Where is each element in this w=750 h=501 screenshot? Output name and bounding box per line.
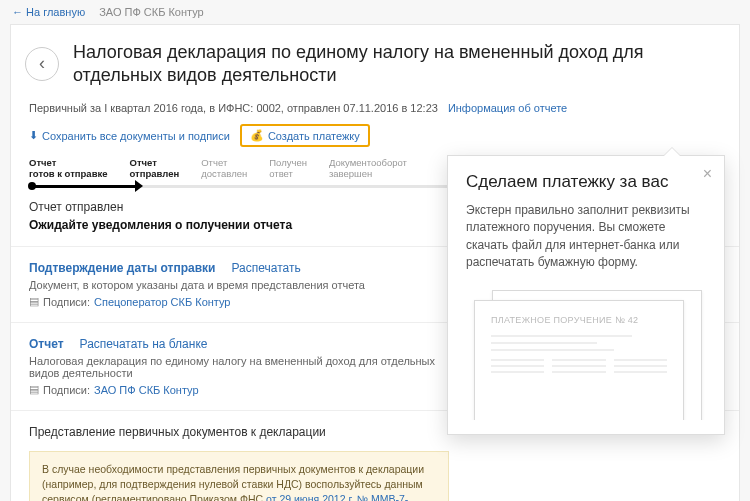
step-complete: Документооборот завершен (329, 157, 407, 179)
create-payment-button[interactable]: 💰 Создать платежку (240, 124, 370, 147)
seal-icon: ▤ (29, 383, 39, 396)
report-desc: Налоговая декларация по единому налогу н… (29, 355, 449, 379)
confirm-date-desc: Документ, в котором указаны дата и время… (29, 279, 449, 291)
step-sent: Отчет отправлен (130, 157, 180, 179)
report-link[interactable]: Отчет (29, 337, 64, 351)
confirm-date-link[interactable]: Подтверждение даты отправки (29, 261, 215, 275)
step-ready: Отчет готов к отправке (29, 157, 108, 179)
step-delivered: Отчет доставлен (201, 157, 247, 179)
sig-org-2[interactable]: ЗАО ПФ СКБ Контур (94, 384, 199, 396)
sig-org-1[interactable]: Спецоператор СКБ Контур (94, 296, 230, 308)
notice-box: В случае необходимости представления пер… (29, 451, 449, 501)
create-payment-label: Создать платежку (268, 130, 360, 142)
print-blank-link[interactable]: Распечатать на бланке (80, 337, 208, 351)
chevron-left-icon: ‹ (39, 53, 45, 74)
coins-icon: 💰 (250, 129, 264, 142)
back-button[interactable]: ‹ (25, 47, 59, 81)
doc-illustration: ПЛАТЕЖНОЕ ПОРУЧЕНИЕ № 42 (466, 290, 706, 420)
sig-label-2: Подписи: (43, 384, 90, 396)
payment-popover: × Сделаем платежку за вас Экстерн правил… (447, 155, 725, 435)
home-link[interactable]: ← На главную (12, 6, 85, 18)
org-name: ЗАО ПФ СКБ Контур (99, 6, 204, 18)
main-card: ‹ Налоговая декларация по единому налогу… (10, 24, 740, 501)
download-icon: ⬇ (29, 129, 38, 142)
popover-title: Сделаем платежку за вас (466, 172, 706, 192)
popover-body: Экстерн правильно заполнит реквизиты пла… (466, 202, 706, 272)
step-response: Получен ответ (269, 157, 307, 179)
close-icon[interactable]: × (703, 166, 712, 182)
top-nav: ← На главную ЗАО ПФ СКБ Контур (0, 0, 750, 24)
meta-row: Первичный за I квартал 2016 года, в ИФНС… (11, 102, 739, 157)
save-all-link[interactable]: ⬇ Сохранить все документы и подписи (29, 129, 230, 142)
sig-label-1: Подписи: (43, 296, 90, 308)
info-link[interactable]: Информация об отчете (448, 102, 567, 114)
print-link-1[interactable]: Распечатать (231, 261, 300, 275)
seal-icon: ▤ (29, 295, 39, 308)
meta-text: Первичный за I квартал 2016 года, в ИФНС… (29, 102, 438, 114)
page-title: Налоговая декларация по единому налогу н… (73, 41, 721, 86)
save-all-label: Сохранить все документы и подписи (42, 130, 230, 142)
header: ‹ Налоговая декларация по единому налогу… (11, 25, 739, 102)
doc-illust-label: ПЛАТЕЖНОЕ ПОРУЧЕНИЕ № 42 (491, 315, 667, 325)
